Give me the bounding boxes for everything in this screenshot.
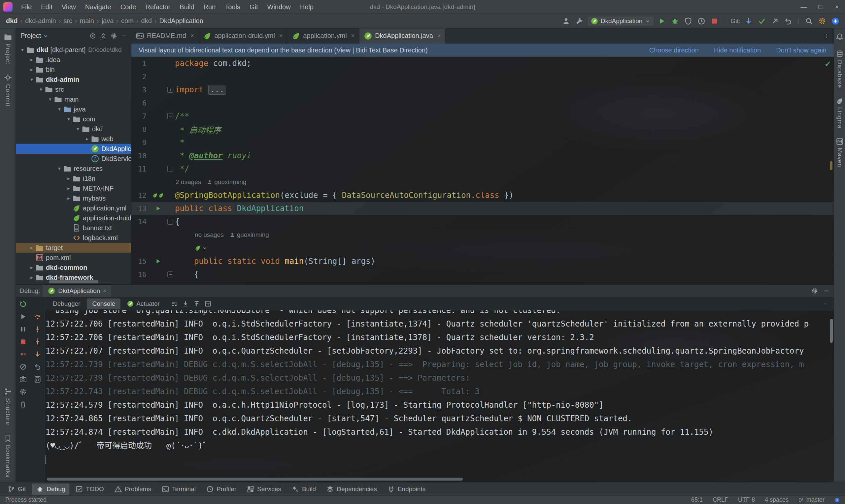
tree-item-dkd-common[interactable]: ▸dkd-common (16, 263, 131, 272)
switch-user-icon[interactable] (561, 16, 571, 26)
breadcrumb-item[interactable]: dkd (141, 17, 152, 25)
step-over-button[interactable] (33, 312, 42, 321)
tree-item-i18n[interactable]: ▸i18n (16, 174, 131, 183)
spring-bean-icon[interactable] (158, 193, 164, 198)
run-line-icon[interactable] (155, 258, 161, 264)
run-line-icon[interactable] (155, 205, 161, 212)
sidebar-item-notifications[interactable] (836, 29, 844, 46)
git-rollback-button[interactable] (783, 16, 793, 26)
tree-chevron-icon[interactable]: ▾ (74, 126, 82, 132)
tree-item-dkd[interactable]: ▾dkd (16, 124, 131, 134)
menu-code[interactable]: Code (116, 0, 141, 14)
soft-wrap-icon[interactable] (171, 301, 178, 307)
breadcrumb-item[interactable]: java (102, 17, 114, 25)
toolwindow-debug[interactable]: Debug (32, 484, 69, 495)
line-number[interactable]: 15 (131, 257, 151, 266)
stop-process-button[interactable] (19, 338, 28, 346)
breadcrumb-item[interactable]: dkd-admin (25, 17, 56, 25)
tree-item-mybatis[interactable]: ▸mybatis (16, 193, 131, 203)
line-number[interactable]: 13 (131, 204, 151, 213)
spring-bean-icon[interactable] (153, 193, 158, 198)
step-out-button[interactable] (33, 338, 42, 346)
split-view-icon[interactable] (205, 301, 211, 307)
close-tab-icon[interactable]: × (437, 32, 441, 39)
tree-item-target[interactable]: ▸target (16, 243, 131, 253)
menu-navigate[interactable]: Navigate (81, 0, 116, 14)
debug-console[interactable]: using job store 'org.quartz.simpl.RAMJob… (45, 310, 834, 482)
code-editor[interactable]: 1package com.dkd;23+import ...67−/**8 * … (131, 57, 834, 284)
toolwindow-profiler[interactable]: Profiler (202, 484, 241, 495)
line-number[interactable]: 11 (131, 165, 151, 173)
breadcrumb-item[interactable]: src (64, 17, 72, 25)
git-update-button[interactable] (744, 16, 754, 26)
tree-item-resources[interactable]: ▾resources (16, 164, 131, 174)
hide-panel-icon[interactable] (121, 33, 128, 39)
menu-file[interactable]: File (17, 0, 36, 14)
line-number[interactable]: 7 (131, 112, 151, 120)
tree-item-java[interactable]: ▾java (16, 104, 131, 114)
panel-settings-icon[interactable] (110, 33, 117, 39)
toolwindow-todo[interactable]: TODO (71, 484, 108, 495)
stop-button[interactable] (710, 16, 720, 26)
usages-hint[interactable]: no usages (195, 231, 224, 238)
tree-scrollbar[interactable] (49, 281, 99, 283)
scroll-to-top-icon[interactable] (193, 301, 200, 307)
line-number[interactable]: 14 (131, 218, 151, 226)
breadcrumb-item[interactable]: dkd (6, 17, 18, 25)
spring-leaf-icon[interactable] (195, 245, 201, 251)
line-number[interactable]: 8 (131, 125, 151, 133)
settings-button[interactable] (817, 16, 827, 26)
status-4-spaces[interactable]: 4 spaces (765, 497, 789, 503)
status-master[interactable]: master (798, 497, 825, 503)
hide-notification-link[interactable]: Hide notification (714, 47, 761, 54)
sidebar-item-project[interactable]: Project (4, 29, 12, 69)
resume-button[interactable] (19, 312, 28, 321)
minimize-button[interactable]: — (795, 0, 812, 14)
step-into-button[interactable] (33, 325, 42, 334)
usages-hint[interactable]: 2 usages (176, 178, 201, 186)
project-panel-title[interactable]: Project (20, 32, 41, 40)
profiler-button[interactable] (697, 16, 706, 26)
coverage-button[interactable] (683, 16, 693, 26)
menu-run[interactable]: Run (199, 0, 221, 14)
console-hscrollbar[interactable] (47, 478, 463, 481)
line-number[interactable]: 10 (131, 152, 151, 160)
menu-edit[interactable]: Edit (36, 0, 57, 14)
fold-marker[interactable]: − (166, 113, 175, 119)
breadcrumb-item[interactable]: DkdApplication (159, 17, 203, 25)
clear-console-button[interactable] (19, 400, 28, 409)
usages-inlay[interactable]: 2 usagesguoxinming (131, 176, 834, 189)
tab-dkdapplication-java[interactable]: DkdApplication.java× (359, 29, 446, 43)
menu-help[interactable]: Help (295, 0, 318, 14)
menu-git[interactable]: Git (245, 0, 263, 14)
build-wrench-icon[interactable] (574, 16, 584, 26)
menu-view[interactable]: View (57, 0, 81, 14)
tree-item-dkd[interactable]: ▾dkd[dkd-parent]D:\code\dkd (16, 45, 131, 55)
collapse-all-icon[interactable] (100, 33, 107, 39)
toolwindow-terminal[interactable]: Terminal (157, 484, 200, 495)
console-caret-line[interactable] (46, 452, 834, 466)
toolwindow-git[interactable]: Git (3, 484, 30, 495)
toolwindow-endpoints[interactable]: Endpoints (383, 484, 430, 495)
maximize-button[interactable]: □ (812, 0, 828, 14)
rerun-debug-button[interactable] (19, 300, 28, 308)
line-number[interactable]: 9 (131, 139, 151, 147)
tree-item-bin[interactable]: ▸bin (16, 65, 131, 74)
git-push-button[interactable] (770, 16, 780, 26)
toolwindow-services[interactable]: Services (243, 484, 285, 495)
view-tab-actuator[interactable]: Actuator (122, 299, 165, 309)
close-tab-icon[interactable]: × (103, 288, 106, 294)
tree-chevron-icon[interactable]: ▸ (28, 67, 36, 73)
usages-inlay[interactable]: no usagesguoxinming (131, 228, 834, 241)
tree-chevron-icon[interactable]: ▸ (28, 245, 36, 251)
git-commit-button[interactable] (757, 16, 767, 26)
tree-chevron-icon[interactable]: ▾ (18, 47, 27, 53)
fold-marker[interactable]: − (166, 166, 175, 172)
tree-chevron-icon[interactable]: ▸ (65, 176, 73, 181)
tree-chevron-icon[interactable]: ▸ (28, 274, 36, 281)
thread-dump-button[interactable] (19, 375, 28, 384)
tree-item-application-druid-yml[interactable]: application-druid.yml (16, 213, 131, 223)
evaluate-expression-button[interactable] (33, 375, 42, 384)
tree-chevron-icon[interactable]: ▾ (46, 96, 54, 102)
toolwindow-problems[interactable]: Problems (110, 484, 156, 495)
